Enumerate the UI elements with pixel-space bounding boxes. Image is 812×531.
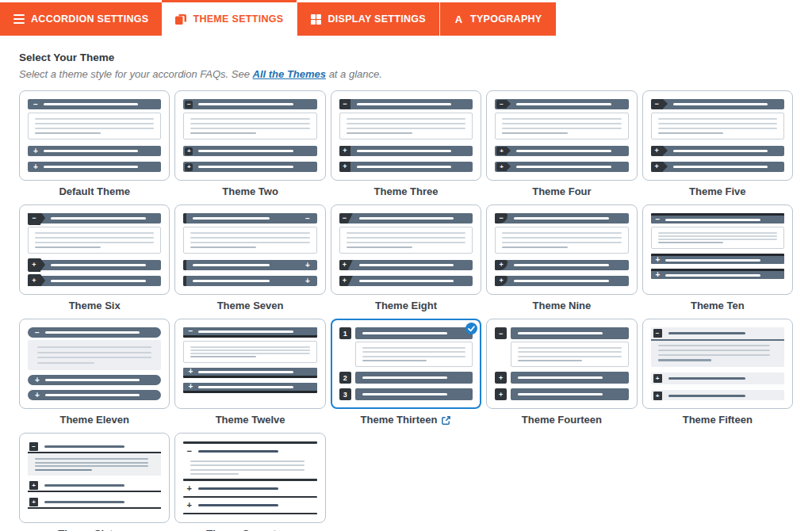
accordion-content bbox=[28, 340, 161, 370]
accordion-bar: + bbox=[495, 276, 628, 286]
theme-card-theme-six[interactable]: −++ bbox=[19, 204, 170, 295]
theme-card-theme-three[interactable]: −++ bbox=[331, 90, 481, 181]
tab-label: ACCORDION SETTINGS bbox=[31, 13, 148, 25]
tab-typography[interactable]: ATYPOGRAPHY bbox=[439, 2, 556, 36]
accordion-bar: + bbox=[28, 390, 161, 400]
external-link-icon[interactable] bbox=[441, 415, 451, 426]
content-line bbox=[190, 346, 309, 348]
svg-text:A: A bbox=[455, 14, 463, 25]
theme-cell: −++Theme Three bbox=[331, 90, 481, 198]
collapse-icon: − bbox=[33, 101, 38, 109]
accordion-bar: + bbox=[495, 260, 628, 270]
theme-cell: −++Theme Eleven bbox=[19, 319, 170, 426]
expand-icon: + bbox=[33, 163, 38, 171]
collapse-icon: − bbox=[339, 99, 350, 109]
content-line bbox=[658, 354, 770, 356]
theme-name-text: Theme Ten bbox=[691, 300, 745, 312]
theme-card-theme-fourteen[interactable]: −++ bbox=[486, 319, 637, 409]
theme-name-label: Theme Six bbox=[19, 300, 170, 312]
theme-card-theme-five[interactable]: −++ bbox=[642, 90, 793, 181]
theme-card-theme-two[interactable]: −++ bbox=[174, 90, 325, 181]
content-line bbox=[658, 128, 777, 129]
content-line bbox=[502, 118, 621, 120]
expand-icon: + bbox=[305, 277, 310, 285]
theme-preview: −++ bbox=[183, 327, 316, 400]
content-line bbox=[362, 347, 465, 349]
expand-icon: + bbox=[339, 260, 353, 270]
bar-title-line bbox=[44, 103, 139, 105]
theme-card-default-theme[interactable]: −++ bbox=[19, 90, 170, 181]
accordion-list-icon bbox=[13, 14, 25, 24]
theme-name-text: Theme Five bbox=[689, 185, 746, 198]
theme-card-theme-ten[interactable]: −++ bbox=[642, 204, 793, 295]
all-themes-link[interactable]: All the Themes bbox=[253, 68, 326, 80]
content-line bbox=[658, 118, 777, 120]
theme-name-text: Theme Seventeen bbox=[206, 528, 294, 531]
theme-card-theme-thirteen[interactable]: 123 bbox=[331, 319, 481, 409]
accordion-bar: − bbox=[495, 99, 628, 109]
divider bbox=[183, 496, 316, 499]
theme-card-theme-four[interactable]: −++ bbox=[486, 90, 637, 181]
theme-cell: −++Theme Fifteen bbox=[642, 319, 793, 426]
expand-icon: + bbox=[653, 374, 662, 383]
tab-theme-settings[interactable]: THEME SETTINGS bbox=[162, 2, 297, 36]
theme-card-theme-seventeen[interactable]: −++ bbox=[174, 433, 325, 523]
content-line bbox=[502, 232, 621, 234]
content-line bbox=[347, 232, 465, 234]
bar-title-line bbox=[44, 150, 139, 152]
content-line bbox=[37, 346, 151, 348]
accordion-bar bbox=[511, 388, 628, 400]
collapse-icon: − bbox=[651, 99, 663, 109]
accordion-content bbox=[339, 227, 473, 254]
content-line bbox=[347, 128, 465, 129]
content-line bbox=[190, 237, 309, 239]
bar-title-line bbox=[51, 280, 146, 282]
theme-card-theme-nine[interactable]: −++ bbox=[486, 204, 637, 295]
content-line bbox=[37, 362, 94, 364]
theme-cell: 123Theme Thirteen bbox=[331, 319, 481, 426]
content-line bbox=[502, 132, 568, 134]
content-line bbox=[35, 232, 154, 234]
accordion-row: + bbox=[183, 500, 316, 510]
theme-card-theme-eleven[interactable]: −++ bbox=[19, 319, 170, 409]
theme-name-label: Theme Ten bbox=[642, 300, 793, 312]
bar-title-line bbox=[198, 487, 278, 490]
accordion-content bbox=[495, 113, 628, 139]
bar-title-line bbox=[514, 217, 609, 220]
content-line bbox=[658, 345, 770, 346]
content-line bbox=[190, 356, 256, 357]
accordion-bar bbox=[355, 327, 473, 339]
theme-card-theme-sixteen[interactable]: −++ bbox=[19, 433, 170, 523]
collapse-icon: − bbox=[496, 100, 507, 109]
tab-display-settings[interactable]: DISPLAY SETTINGS bbox=[297, 2, 439, 36]
accordion-row: − bbox=[183, 446, 316, 457]
theme-name-label: Theme Seven bbox=[174, 300, 325, 312]
theme-cell: −++Theme Twelve bbox=[174, 319, 325, 426]
accordion-content bbox=[28, 227, 161, 254]
bar-title-line bbox=[193, 217, 270, 220]
settings-tabs: ACCORDION SETTINGSTHEME SETTINGSDISPLAY … bbox=[0, 0, 812, 36]
theme-card-theme-fifteen[interactable]: −++ bbox=[642, 319, 793, 409]
theme-card-theme-eight[interactable]: −++ bbox=[331, 204, 481, 295]
content-line bbox=[35, 123, 154, 124]
tab-label: DISPLAY SETTINGS bbox=[327, 13, 426, 25]
bar-title-line bbox=[51, 264, 146, 266]
theme-name-text: Theme Eleven bbox=[59, 414, 128, 426]
bar-title-line bbox=[51, 217, 146, 220]
bar-title-line bbox=[673, 150, 768, 152]
bar-title-line bbox=[514, 264, 609, 266]
expand-icon: + bbox=[35, 392, 40, 399]
content-line bbox=[658, 123, 777, 124]
theme-settings-panel: Select Your Theme Select a theme style f… bbox=[0, 36, 812, 531]
expand-icon: + bbox=[188, 383, 193, 391]
theme-card-theme-seven[interactable]: −++ bbox=[174, 204, 325, 295]
accordion-bar: + bbox=[339, 146, 473, 156]
theme-cell: −++Theme Two bbox=[174, 90, 325, 198]
theme-cell: −++Theme Sixteen bbox=[19, 433, 170, 531]
bar-title-line bbox=[673, 103, 768, 105]
expand-icon: + bbox=[495, 388, 507, 400]
bar-title-line bbox=[518, 332, 603, 334]
tab-accordion-settings[interactable]: ACCORDION SETTINGS bbox=[0, 2, 162, 36]
content-line bbox=[518, 347, 621, 349]
theme-card-theme-twelve[interactable]: −++ bbox=[174, 319, 325, 409]
